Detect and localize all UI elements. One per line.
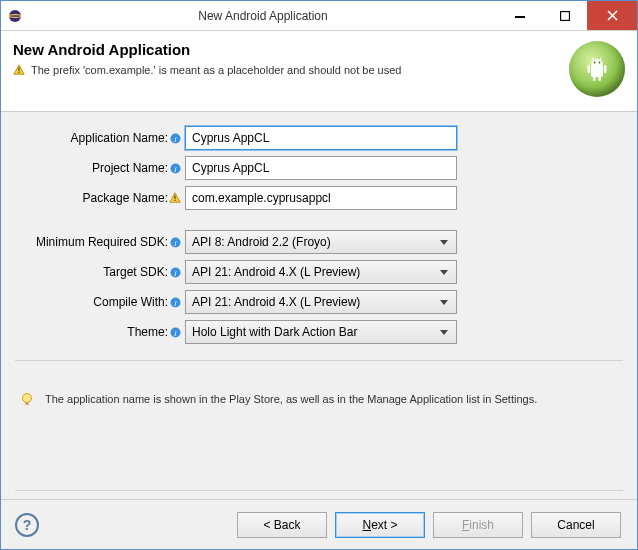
divider (15, 360, 623, 361)
help-button[interactable]: ? (15, 513, 39, 537)
theme-label: Theme: i (15, 325, 185, 339)
svg-point-0 (9, 10, 21, 22)
svg-point-33 (23, 394, 32, 403)
svg-rect-12 (593, 76, 596, 81)
divider (15, 490, 623, 491)
page-title: New Android Application (13, 41, 569, 58)
package-name-label: Package Name: (15, 191, 185, 205)
svg-rect-34 (26, 402, 29, 405)
svg-rect-13 (599, 76, 602, 81)
eclipse-icon (7, 8, 23, 24)
svg-text:i: i (174, 134, 176, 143)
hint-row: The application name is shown in the Pla… (15, 391, 623, 407)
header-warning-text: The prefix 'com.example.' is meant as a … (31, 64, 401, 76)
svg-text:i: i (174, 164, 176, 173)
package-name-input[interactable] (185, 186, 457, 210)
application-name-input[interactable] (185, 126, 457, 150)
lightbulb-icon (19, 391, 35, 407)
info-icon: i (169, 162, 181, 174)
app-name-label: Application Name: i (15, 131, 185, 145)
warning-icon (169, 192, 181, 204)
warning-icon (13, 64, 25, 76)
svg-line-14 (593, 58, 595, 61)
button-bar: ? < Back Next > Finish Cancel (1, 499, 637, 549)
svg-rect-8 (18, 72, 19, 73)
dialog-window: New Android Application New Android Appl… (0, 0, 638, 550)
svg-rect-3 (560, 11, 569, 20)
project-name-label: Project Name: i (15, 161, 185, 175)
compile-with-select[interactable]: API 21: Android 4.X (L Preview) (185, 290, 457, 314)
svg-text:i: i (174, 268, 176, 277)
android-logo-icon (569, 41, 625, 97)
min-sdk-label: Minimum Required SDK: i (15, 235, 185, 249)
svg-rect-7 (18, 67, 19, 70)
svg-rect-10 (588, 65, 591, 73)
titlebar: New Android Application (1, 1, 637, 31)
close-button[interactable] (587, 1, 637, 30)
hint-text: The application name is shown in the Pla… (45, 393, 537, 405)
svg-rect-2 (515, 16, 525, 18)
cancel-button[interactable]: Cancel (531, 512, 621, 538)
svg-line-15 (600, 58, 602, 61)
target-sdk-select[interactable]: API 21: Android 4.X (L Preview) (185, 260, 457, 284)
svg-text:i: i (174, 298, 176, 307)
window-buttons (497, 1, 637, 30)
window-title: New Android Application (29, 9, 497, 23)
finish-button: Finish (433, 512, 523, 538)
svg-text:i: i (174, 328, 176, 337)
svg-point-17 (599, 62, 601, 64)
info-icon: i (169, 326, 181, 338)
svg-rect-9 (591, 65, 603, 77)
next-button[interactable]: Next > (335, 512, 425, 538)
wizard-content: Application Name: i Project Name: i Pack… (1, 112, 637, 499)
compile-with-label: Compile With: i (15, 295, 185, 309)
maximize-button[interactable] (542, 1, 587, 30)
project-name-input[interactable] (185, 156, 457, 180)
info-icon: i (169, 296, 181, 308)
back-button[interactable]: < Back (237, 512, 327, 538)
minimize-button[interactable] (497, 1, 542, 30)
svg-point-16 (594, 62, 596, 64)
svg-rect-11 (604, 65, 607, 73)
svg-text:i: i (174, 238, 176, 247)
info-icon: i (169, 132, 181, 144)
wizard-header: New Android Application The prefix 'com.… (1, 31, 637, 112)
svg-rect-23 (174, 195, 175, 198)
min-sdk-select[interactable]: API 8: Android 2.2 (Froyo) (185, 230, 457, 254)
svg-rect-24 (174, 200, 175, 201)
info-icon: i (169, 236, 181, 248)
target-sdk-label: Target SDK: i (15, 265, 185, 279)
info-icon: i (169, 266, 181, 278)
theme-select[interactable]: Holo Light with Dark Action Bar (185, 320, 457, 344)
